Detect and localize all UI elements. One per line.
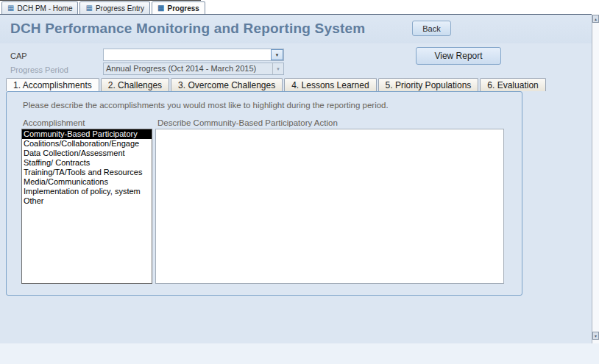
document-tab-label: Progress Entry	[96, 4, 144, 13]
cap-dropdown-button[interactable]: ▼	[271, 49, 283, 60]
progress-period-combobox[interactable]: Annual Progress (Oct 2014 - March 2015) …	[103, 63, 284, 75]
page-title: DCH Performance Monitoring and Reporting…	[10, 21, 365, 37]
progress-period-dropdown-button[interactable]: ▼	[272, 63, 283, 74]
list-item-coalitions-collaboration-engage[interactable]: Coalitions/Collaboration/Engage	[22, 139, 152, 149]
tab-5-priority-populations[interactable]: 5. Priority Populations	[378, 78, 479, 91]
list-item-data-collection-assessment[interactable]: Data Collection/Assessment	[22, 149, 152, 158]
accomplishment-label: Accomplishment	[23, 118, 85, 127]
cap-combobox[interactable]: ▼	[103, 49, 284, 61]
list-item-staffing-contracts[interactable]: Staffing/ Contracts	[22, 158, 152, 168]
document-tab-label: Progress	[168, 4, 199, 13]
describe-action-textarea[interactable]	[155, 129, 504, 284]
tab-2-challenges[interactable]: 2. Challenges	[101, 78, 169, 91]
describe-action-label: Describe Community-Based Participatory A…	[157, 118, 338, 127]
cap-label: CAP	[10, 51, 27, 60]
tab-6-evaluation[interactable]: 6. Evaluation	[480, 78, 545, 91]
document-tab-dch-pm-home[interactable]: ▦DCH PM - Home	[1, 1, 78, 14]
list-item-implementation-of-policy-system[interactable]: Implementation of policy, system	[22, 187, 152, 196]
scroll-up-icon: ▲	[594, 17, 598, 21]
form-area: CAP ▼ Progress Period Annual Progress (O…	[0, 43, 592, 343]
accomplishment-listbox[interactable]: Community-Based ParticipatoryCoalitions/…	[21, 129, 152, 284]
form-icon: ▦	[157, 4, 164, 12]
list-item-community-based-participatory[interactable]: Community-Based Participatory	[22, 129, 152, 139]
list-item-media-communications[interactable]: Media/Communications	[22, 177, 152, 187]
list-item-other[interactable]: Other	[22, 196, 152, 206]
header: DCH Performance Monitoring and Reporting…	[0, 15, 592, 43]
scroll-down-button[interactable]: ▼	[592, 332, 599, 340]
document-tab-progress[interactable]: ▦Progress	[152, 1, 205, 14]
tab-1-accomplishments[interactable]: 1. Accomplishments	[6, 78, 99, 91]
bottom-band	[0, 343, 599, 364]
instruction-text: Please describe the accomplishments you …	[23, 101, 389, 110]
view-report-button[interactable]: View Report	[416, 47, 501, 65]
form-icon: ▦	[7, 4, 14, 12]
scroll-down-icon: ▼	[594, 334, 598, 338]
section-tab-strip: 1. Accomplishments2. Challenges3. Overco…	[6, 78, 547, 91]
form-icon: ▦	[85, 4, 92, 12]
list-item-training-ta-tools-and-resources[interactable]: Training/TA/Tools and Resources	[22, 168, 152, 177]
accomplishments-tab-panel: Please describe the accomplishments you …	[6, 91, 522, 296]
scroll-up-button[interactable]: ▲	[592, 15, 599, 23]
document-tab-label: DCH PM - Home	[17, 4, 72, 13]
tab-4-lessons-learned[interactable]: 4. Lessons Learned	[284, 78, 376, 91]
progress-period-label: Progress Period	[10, 65, 68, 74]
cap-combobox-value	[104, 49, 283, 60]
chevron-down-icon: ▼	[275, 53, 280, 57]
document-tab-progress-entry[interactable]: ▦Progress Entry	[79, 1, 150, 14]
document-tab-bar: ▦DCH PM - Home▦Progress Entry▦Progress	[0, 1, 592, 15]
chevron-down-icon: ▼	[276, 67, 280, 71]
vertical-scrollbar[interactable]: ▲ ▼	[592, 15, 599, 344]
progress-period-combobox-value: Annual Progress (Oct 2014 - March 2015)	[104, 63, 283, 74]
tab-3-overcome-challenges[interactable]: 3. Overcome Challenges	[171, 78, 283, 91]
back-button[interactable]: Back	[412, 21, 451, 36]
